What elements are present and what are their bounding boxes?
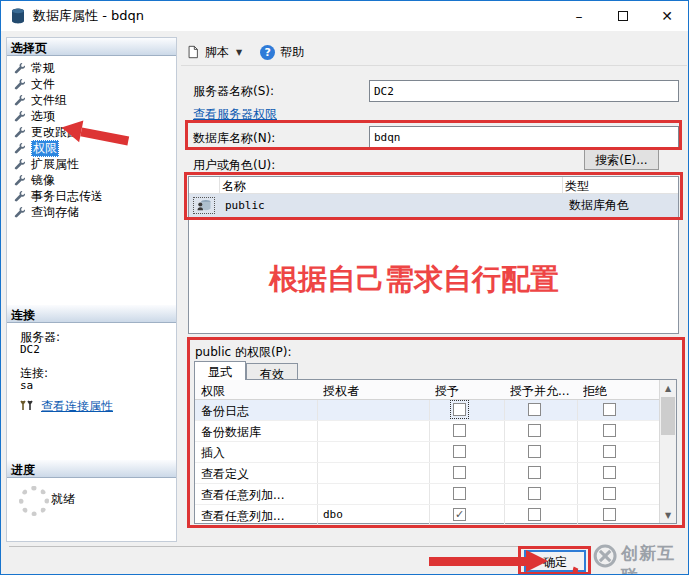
maximize-button[interactable] — [602, 1, 644, 31]
connection-properties-icon — [20, 400, 36, 413]
wrench-icon — [13, 94, 25, 106]
footer-divider — [9, 546, 587, 547]
annotation-rect-users — [184, 172, 683, 220]
sidebar-item-query-store[interactable]: 查询存储 — [13, 204, 171, 220]
watermark-brand: 创新互联 — [621, 542, 688, 575]
progress-header: 进度 — [7, 460, 176, 478]
sidebar-item-log-shipping[interactable]: 事务日志传送 — [13, 188, 171, 204]
sidebar-item-mirroring[interactable]: 镜像 — [13, 172, 171, 188]
watermark: 创新互联 CHUANGXIN HULIAN — [593, 542, 688, 575]
wrench-icon — [13, 174, 25, 186]
sidebar-item-extended-properties[interactable]: 扩展属性 — [13, 156, 171, 172]
sidebar-item-filegroups[interactable]: 文件组 — [13, 92, 171, 108]
wrench-icon — [13, 158, 25, 170]
help-button[interactable]: ? 帮助 — [255, 41, 309, 64]
chevron-down-icon: ▼ — [236, 48, 242, 57]
wrench-icon — [13, 142, 25, 154]
annotation-arrow-ok — [429, 550, 548, 572]
search-button[interactable]: 搜索(E)... — [584, 148, 659, 170]
server-name-label: 服务器名称(S): — [193, 83, 274, 100]
select-page-header: 选择页 — [7, 38, 176, 56]
window-title: 数据库属性 - bdqn — [33, 7, 144, 25]
connection-header: 连接 — [7, 305, 176, 323]
progress-spinner-icon — [19, 486, 49, 516]
dialog-toolbar: 脚本 ▼ ? 帮助 — [181, 39, 687, 66]
annotation-rect-database-name — [185, 120, 682, 150]
maximize-icon — [618, 11, 628, 21]
wrench-icon — [13, 206, 25, 218]
minimize-button[interactable]: – — [558, 1, 600, 31]
wrench-icon — [13, 62, 25, 74]
progress-status: 就绪 — [51, 491, 75, 508]
server-name-field[interactable] — [369, 80, 679, 102]
database-properties-dialog: 数据库属性 - bdqn – ✕ 选择页 常规 文件 文件组 选项 更改跟踪 权… — [0, 0, 689, 575]
close-button[interactable]: ✕ — [646, 1, 688, 31]
connection-value: sa — [20, 379, 33, 392]
sidebar-item-files[interactable]: 文件 — [13, 76, 171, 92]
wrench-icon — [13, 78, 25, 90]
annotation-rect-permissions — [187, 337, 685, 528]
wrench-icon — [13, 126, 25, 138]
view-connection-properties-link[interactable]: 查看连接属性 — [41, 398, 113, 415]
annotation-text: 根据自己需求自行配置 — [269, 260, 559, 300]
script-button[interactable]: 脚本 ▼ — [181, 41, 247, 64]
watermark-logo-icon — [593, 542, 617, 570]
database-icon — [11, 8, 25, 24]
sidebar: 选择页 常规 文件 文件组 选项 更改跟踪 权限 扩展属性 镜像 事务日志传送 … — [6, 37, 177, 542]
wrench-icon — [13, 110, 25, 122]
sidebar-item-general[interactable]: 常规 — [13, 60, 171, 76]
title-bar: 数据库属性 - bdqn – ✕ — [1, 1, 688, 31]
server-value: DC2 — [20, 343, 40, 356]
script-icon — [186, 45, 200, 59]
help-icon: ? — [260, 45, 275, 60]
wrench-icon — [13, 190, 25, 202]
